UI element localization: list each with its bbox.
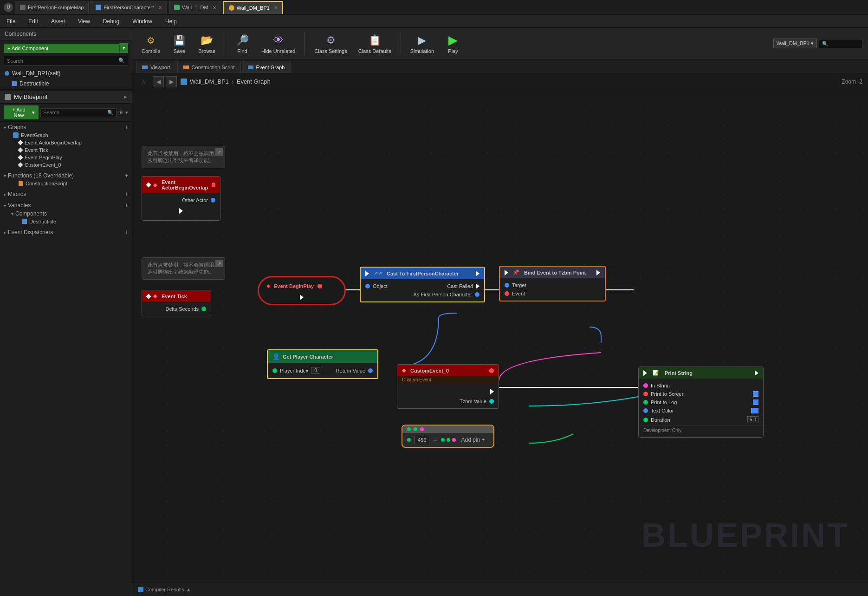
event-beginplay-node[interactable]: ◆ Event BeginPlay <box>258 276 346 305</box>
tab-close-w1[interactable]: ✕ <box>213 5 216 10</box>
editor-tabs: Viewport Construction Script Event Graph <box>132 59 868 73</box>
disabled-close-2[interactable]: ↗ <box>215 260 223 267</box>
tab-icon-map <box>20 5 26 10</box>
math-addition-node[interactable]: 456 + Add pin + <box>402 425 494 448</box>
play-button[interactable]: ▶ Play <box>441 32 465 56</box>
tab-walldmbp1[interactable]: Wall_DM_BP1 ✕ <box>223 1 283 14</box>
tab-close-fp[interactable]: ✕ <box>158 5 162 10</box>
math-value-input[interactable]: 456 <box>415 436 429 444</box>
search-icon: 🔍 <box>118 58 125 64</box>
tab-wall1dm[interactable]: Wall_1_DM ✕ <box>169 1 221 14</box>
dispatchers-add[interactable]: + <box>125 229 128 236</box>
components-sub-header[interactable]: ▾ Components <box>4 210 128 218</box>
player-index-value[interactable]: 0 <box>311 367 320 374</box>
blueprint-search-input[interactable] <box>43 110 107 115</box>
class-defaults-button[interactable]: 📋 Class Defaults <box>355 32 395 56</box>
print-to-screen-checkbox[interactable] <box>753 391 758 397</box>
bind-event-node[interactable]: 📌 Bind Event to Tzbm Point Target Event <box>499 266 606 301</box>
print-exec-in <box>643 370 647 376</box>
destructible-var-item[interactable]: Destructible <box>4 218 128 225</box>
graphs-add[interactable]: + <box>125 124 128 131</box>
custom-event-node[interactable]: ◆ CustomEvent_0 Custom Event Tzbm Value <box>397 364 499 409</box>
event-actorbeginoverlap-node[interactable]: ◆ Event ActorBeginOverlap Other Actor <box>142 176 220 221</box>
blueprint-panel-header: My Blueprint ▸ <box>0 91 132 104</box>
compile-button[interactable]: ⚙ Compile <box>138 32 164 56</box>
bp-options[interactable]: ▾ <box>125 110 128 116</box>
tab-firstpersoncharacter[interactable]: FirstPersonCharacter* ✕ <box>91 1 167 14</box>
dispatchers-header[interactable]: ▸ Event Dispatchers + <box>4 228 128 236</box>
print-to-log-pin <box>643 400 648 405</box>
find-button[interactable]: 🔎 Find <box>231 32 254 56</box>
breadcrumb-icon <box>181 79 187 85</box>
eventgraph-item[interactable]: EventGraph <box>4 131 128 139</box>
menu-file[interactable]: File <box>4 17 18 26</box>
menu-window[interactable]: Window <box>130 17 155 26</box>
menu-asset[interactable]: Asset <box>48 17 68 26</box>
save-button[interactable]: 💾 Save <box>168 32 191 56</box>
duration-value[interactable]: 5.0 <box>747 416 758 423</box>
customevent-body: Tzbm Value <box>397 383 499 408</box>
visibility-toggle[interactable]: 👁 <box>118 110 123 115</box>
menu-view[interactable]: View <box>75 17 93 26</box>
constructionscript-item[interactable]: ConstructionScript <box>4 180 128 187</box>
cast-failed-pin <box>476 283 479 289</box>
menu-help[interactable]: Help <box>162 17 180 26</box>
compiler-results-item[interactable]: Compiler Results ▲ <box>138 587 191 592</box>
get-player-character-node[interactable]: 👤 Get Player Character Player Index 0 <box>267 349 378 379</box>
print-to-log-checkbox[interactable] <box>753 400 758 405</box>
tab-close-wdm[interactable]: ✕ <box>274 5 278 10</box>
nav-back[interactable]: ◀ <box>153 76 164 87</box>
tab-construction-script[interactable]: Construction Script <box>177 61 241 73</box>
variables-header[interactable]: ▾ Variables + <box>4 201 128 210</box>
disabled-close-1[interactable]: ↗ <box>215 148 223 156</box>
debug-search-input[interactable] <box>822 41 859 46</box>
tab-firstpersonexamplemap[interactable]: FirstPersonExampleMap <box>15 1 89 14</box>
browse-button[interactable]: 📂 Browse <box>194 32 219 56</box>
event-tick-icon <box>18 147 23 152</box>
event-tick-node[interactable]: ◆ Event Tick Delta Seconds <box>142 290 211 316</box>
blueprint-arrow[interactable]: ▸ <box>124 94 127 100</box>
add-component-button[interactable]: + Add Component <box>4 44 119 53</box>
print-string-node[interactable]: 📝 Print String In String Print to Screen <box>638 367 764 438</box>
nav-forward[interactable]: ▶ <box>166 76 177 87</box>
zoom-label: Zoom -2 <box>842 79 862 85</box>
event-diamond-icon <box>18 140 23 145</box>
tab-viewport[interactable]: Viewport <box>136 61 176 73</box>
sim-icon: ▶ <box>415 33 429 47</box>
add-pin-label[interactable]: Add pin + <box>461 437 485 443</box>
hide-unrelated-button[interactable]: 👁 Hide Unrelated <box>258 32 299 56</box>
bookmark-button[interactable]: ☆ <box>138 76 149 87</box>
text-color-pin <box>643 408 648 413</box>
functions-add[interactable]: + <box>125 172 128 179</box>
math-out2-pin <box>447 438 450 442</box>
macros-add[interactable]: + <box>125 191 128 197</box>
viewport-tab-icon <box>142 65 148 69</box>
math-out3-pin <box>452 438 456 442</box>
simulation-button[interactable]: ▶ Simulation <box>407 32 438 56</box>
tab-event-graph[interactable]: Event Graph <box>242 61 291 73</box>
add-component-dropdown[interactable]: ▾ <box>119 43 128 53</box>
class-settings-button[interactable]: ⚙ Class Settings <box>311 32 350 56</box>
cast-to-firstperson-node[interactable]: ↗↗ Cast To FirstPersonCharacter Object C… <box>360 267 485 302</box>
text-color-swatch[interactable] <box>751 408 758 413</box>
math-out1-pin <box>441 438 445 442</box>
bind-exec-out <box>596 270 600 275</box>
functions-header[interactable]: ▾ Functions (18 Overridable) + <box>4 171 128 180</box>
event-actorbeginoverlap-item[interactable]: Event ActorBeginOverlap <box>4 139 128 146</box>
variables-add[interactable]: + <box>125 202 128 209</box>
beginplay-red-dot <box>317 284 322 288</box>
blueprint-canvas[interactable]: ↗ 此节点被禁用，将不会被调用。 从引脚连出引线来编译功能。 ◆ Event A… <box>132 90 868 582</box>
graphs-header[interactable]: ▾ Graphs + <box>4 123 128 131</box>
debug-filter-select[interactable]: Wall_DM_BP1 ▾ <box>773 39 817 48</box>
add-new-button[interactable]: + Add New ▾ <box>4 105 39 119</box>
event-tick-item[interactable]: Event Tick <box>4 146 128 154</box>
event-beginplay-item[interactable]: Event BeginPlay <box>4 154 128 161</box>
customevent0-item[interactable]: CustomEvent_0 <box>4 161 128 169</box>
macros-header[interactable]: ▸ Macros + <box>4 190 128 198</box>
component-search-input[interactable] <box>7 58 118 64</box>
hide-icon: 👁 <box>272 33 285 47</box>
menu-edit[interactable]: Edit <box>26 17 41 26</box>
custom-event-sub: Custom Event <box>397 376 499 383</box>
cast-exec-in <box>365 271 369 276</box>
menu-debug[interactable]: Debug <box>100 17 122 26</box>
